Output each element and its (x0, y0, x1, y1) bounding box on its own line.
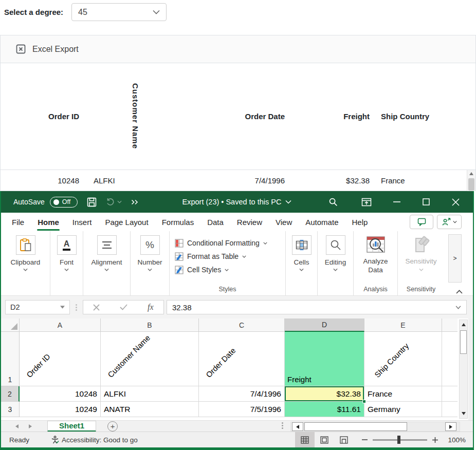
zoom-level[interactable]: 100% (444, 436, 466, 444)
ribbon-display-options-button[interactable] (358, 191, 375, 213)
save-button[interactable] (87, 197, 97, 207)
zoom-slider-thumb[interactable] (397, 436, 400, 444)
chevron-down-icon[interactable] (455, 306, 461, 309)
conditional-formatting-button[interactable]: Conditional Formatting (175, 236, 267, 250)
ribbon-overflow-button[interactable]: > (448, 234, 462, 283)
cell-B3[interactable]: ANATR (101, 402, 199, 417)
row-header-3[interactable]: 3 (1, 402, 20, 417)
maximize-button[interactable] (417, 191, 435, 213)
tab-help[interactable]: Help (345, 213, 374, 231)
cell-C1[interactable]: Order Date (199, 332, 285, 386)
cell-A2[interactable]: 10248 (20, 386, 101, 402)
new-sheet-button[interactable]: + (107, 421, 118, 432)
number-group[interactable]: % Number (131, 231, 170, 295)
page-layout-view-button[interactable] (315, 432, 334, 447)
clipboard-group[interactable]: Clipboard (1, 231, 50, 295)
scroll-left-button[interactable] (292, 422, 303, 431)
cell-C3[interactable]: 7/5/1996 (199, 402, 285, 417)
minimize-button[interactable] (388, 191, 406, 213)
drag-handle-dots[interactable] (76, 304, 77, 311)
column-header-partial[interactable] (442, 318, 457, 332)
scroll-down-button[interactable] (460, 409, 467, 418)
accessibility-status[interactable]: Accessibility: Good to go (51, 436, 138, 444)
sensitivity-button[interactable]: Sensitivity (406, 235, 437, 271)
cell-D2-active[interactable]: $32.38 (285, 386, 364, 402)
cell-D3[interactable]: $11.61 (285, 402, 364, 417)
grid-header-ship-country[interactable]: Ship Country (376, 63, 466, 170)
column-header-A[interactable]: A (20, 318, 101, 332)
tab-file[interactable]: File (5, 213, 31, 231)
column-header-E[interactable]: E (364, 318, 442, 332)
column-header-D[interactable]: D (285, 318, 364, 332)
excel-export-button[interactable]: Excel Export (16, 44, 79, 54)
scroll-right-button[interactable] (445, 422, 456, 431)
editing-group[interactable]: Editing (318, 231, 354, 295)
cell-styles-button[interactable]: Cell Styles (175, 263, 229, 276)
close-button[interactable] (447, 191, 464, 213)
tab-home[interactable]: Home (31, 213, 66, 231)
cell-A3[interactable]: 10249 (20, 402, 101, 417)
tab-page-layout[interactable]: Page Layout (98, 213, 155, 231)
search-button[interactable] (324, 191, 342, 213)
document-title[interactable]: Export (23) • Saved to this PC (182, 198, 292, 206)
horizontal-scrollbar-thumb[interactable] (304, 422, 407, 431)
grid-header-customer-name[interactable]: Customer Name (85, 63, 183, 170)
scrollbar-thumb[interactable] (468, 178, 474, 191)
tab-view[interactable]: View (269, 213, 299, 231)
collapse-ribbon-button[interactable] (456, 290, 463, 294)
grid-data-row[interactable]: 10248 ALFKI 7/4/1996 $32.38 France (1, 170, 475, 191)
row-header-2[interactable]: 2 (1, 386, 20, 402)
cancel-icon[interactable] (93, 304, 100, 311)
cell-A1[interactable]: Order ID (20, 332, 101, 386)
previous-sheet-icon[interactable] (15, 424, 19, 428)
tab-insert[interactable]: Insert (66, 213, 99, 231)
next-sheet-icon[interactable] (29, 424, 32, 428)
fill-handle[interactable] (362, 400, 366, 403)
zoom-in-icon[interactable] (432, 437, 438, 443)
font-button[interactable]: A (57, 235, 77, 255)
tab-automate[interactable]: Automate (299, 213, 345, 231)
grid-vertical-scrollbar[interactable] (467, 170, 475, 191)
scroll-up-icon[interactable] (467, 170, 475, 177)
alignment-group[interactable]: Alignment (83, 231, 131, 295)
name-box[interactable]: D2 (5, 300, 70, 314)
autosave-toggle[interactable]: Off (50, 197, 78, 208)
scrollbar-thumb[interactable] (460, 330, 467, 354)
sheet-tab-sheet1[interactable]: Sheet1 (47, 421, 96, 432)
format-as-table-button[interactable]: Format as Table (175, 250, 246, 263)
cell-E3[interactable]: Germany (364, 402, 442, 417)
alignment-button[interactable] (97, 235, 117, 255)
grid-header-order-id[interactable]: Order ID (1, 63, 85, 170)
analyze-data-button[interactable]: Analyze Data (361, 235, 391, 275)
tab-review[interactable]: Review (230, 213, 269, 231)
number-format-button[interactable]: % (140, 235, 160, 255)
cell-F2[interactable] (442, 386, 457, 402)
enter-check-icon[interactable] (120, 304, 127, 310)
cell-F3[interactable] (442, 402, 457, 417)
zoom-slider[interactable] (373, 439, 427, 441)
cell-B1[interactable]: Customer Name (101, 332, 199, 386)
tab-formulas[interactable]: Formulas (155, 213, 201, 231)
degree-dropdown[interactable]: 45 (71, 3, 167, 21)
cell-F1[interactable] (442, 332, 457, 386)
paste-button[interactable] (16, 235, 35, 255)
sheet-vertical-scrollbar[interactable] (459, 320, 468, 419)
grid-header-order-date[interactable]: Order Date (183, 63, 291, 170)
column-header-B[interactable]: B (101, 318, 199, 332)
cell-E1[interactable]: Ship Country (364, 332, 442, 386)
tab-data[interactable]: Data (200, 213, 230, 231)
page-break-preview-button[interactable] (334, 432, 354, 447)
more-commands-button[interactable] (131, 199, 139, 205)
select-all-button[interactable] (1, 318, 20, 332)
column-header-C[interactable]: C (199, 318, 285, 332)
cell-E2[interactable]: France (364, 386, 442, 402)
cell-C2[interactable]: 7/4/1996 (199, 386, 285, 402)
comments-button[interactable] (410, 215, 433, 229)
normal-view-button[interactable] (295, 432, 315, 447)
row-header-1[interactable]: 1 (1, 332, 20, 386)
formula-input[interactable]: 32.38 (167, 300, 467, 314)
grid-header-freight[interactable]: Freight (291, 63, 376, 170)
insert-function-button[interactable]: fx (148, 303, 154, 312)
font-group[interactable]: A Font (50, 231, 83, 295)
tab-options-dots[interactable] (282, 422, 283, 429)
